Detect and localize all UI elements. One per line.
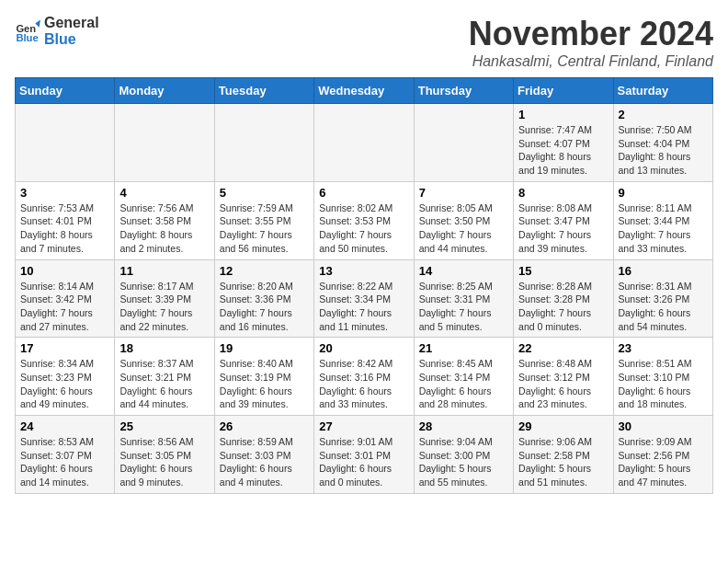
day-info: Sunrise: 8:05 AM Sunset: 3:50 PM Dayligh… bbox=[419, 201, 508, 256]
calendar-cell: 9Sunrise: 8:11 AM Sunset: 3:44 PM Daylig… bbox=[613, 181, 712, 259]
weekday-header-sunday: Sunday bbox=[16, 78, 115, 104]
calendar-cell: 29Sunrise: 9:06 AM Sunset: 2:58 PM Dayli… bbox=[514, 416, 613, 494]
day-number: 9 bbox=[619, 186, 708, 200]
day-info: Sunrise: 8:45 AM Sunset: 3:14 PM Dayligh… bbox=[419, 357, 508, 411]
day-info: Sunrise: 7:59 AM Sunset: 3:55 PM Dayligh… bbox=[220, 201, 309, 256]
day-info: Sunrise: 8:31 AM Sunset: 3:26 PM Dayligh… bbox=[619, 280, 708, 334]
day-number: 19 bbox=[220, 341, 309, 355]
calendar-cell: 6Sunrise: 8:02 AM Sunset: 3:53 PM Daylig… bbox=[314, 181, 414, 259]
weekday-header-friday: Friday bbox=[514, 78, 613, 104]
calendar-cell bbox=[314, 104, 414, 182]
calendar-cell: 28Sunrise: 9:04 AM Sunset: 3:00 PM Dayli… bbox=[414, 416, 513, 494]
week-row-3: 10Sunrise: 8:14 AM Sunset: 3:42 PM Dayli… bbox=[16, 259, 713, 338]
day-info: Sunrise: 7:47 AM Sunset: 4:07 PM Dayligh… bbox=[518, 123, 608, 178]
weekday-header-row: SundayMondayTuesdayWednesdayThursdayFrid… bbox=[16, 78, 713, 104]
calendar-cell: 24Sunrise: 8:53 AM Sunset: 3:07 PM Dayli… bbox=[16, 416, 115, 494]
day-info: Sunrise: 9:04 AM Sunset: 3:00 PM Dayligh… bbox=[419, 435, 508, 489]
logo-line1: General bbox=[44, 15, 99, 31]
calendar-cell: 3Sunrise: 7:53 AM Sunset: 4:01 PM Daylig… bbox=[16, 181, 115, 259]
day-number: 10 bbox=[20, 264, 109, 278]
day-info: Sunrise: 7:50 AM Sunset: 4:04 PM Dayligh… bbox=[619, 123, 708, 178]
day-number: 30 bbox=[619, 419, 708, 433]
calendar-cell: 19Sunrise: 8:40 AM Sunset: 3:19 PM Dayli… bbox=[214, 338, 313, 416]
logo: Gen Blue General Blue bbox=[15, 15, 99, 48]
calendar-cell: 12Sunrise: 8:20 AM Sunset: 3:36 PM Dayli… bbox=[214, 259, 313, 338]
day-info: Sunrise: 8:14 AM Sunset: 3:42 PM Dayligh… bbox=[20, 280, 109, 334]
day-number: 21 bbox=[419, 341, 508, 355]
calendar-cell: 27Sunrise: 9:01 AM Sunset: 3:01 PM Dayli… bbox=[314, 416, 414, 494]
day-number: 8 bbox=[518, 186, 608, 200]
calendar-cell: 22Sunrise: 8:48 AM Sunset: 3:12 PM Dayli… bbox=[514, 338, 613, 416]
day-number: 11 bbox=[119, 264, 209, 278]
day-info: Sunrise: 8:08 AM Sunset: 3:47 PM Dayligh… bbox=[518, 201, 608, 256]
day-number: 2 bbox=[619, 108, 708, 121]
day-number: 12 bbox=[220, 264, 309, 278]
calendar-cell bbox=[214, 104, 313, 182]
day-number: 14 bbox=[419, 264, 508, 278]
calendar-cell bbox=[115, 104, 214, 182]
day-info: Sunrise: 8:37 AM Sunset: 3:21 PM Dayligh… bbox=[119, 357, 209, 411]
day-number: 1 bbox=[518, 108, 608, 121]
calendar-cell: 26Sunrise: 8:59 AM Sunset: 3:03 PM Dayli… bbox=[214, 416, 313, 494]
calendar-cell: 16Sunrise: 8:31 AM Sunset: 3:26 PM Dayli… bbox=[613, 259, 712, 338]
calendar-cell: 21Sunrise: 8:45 AM Sunset: 3:14 PM Dayli… bbox=[414, 338, 513, 416]
week-row-5: 24Sunrise: 8:53 AM Sunset: 3:07 PM Dayli… bbox=[16, 416, 713, 494]
day-number: 4 bbox=[119, 186, 209, 200]
calendar-cell: 5Sunrise: 7:59 AM Sunset: 3:55 PM Daylig… bbox=[214, 181, 313, 259]
logo-line2: Blue bbox=[44, 31, 99, 48]
day-number: 20 bbox=[319, 341, 408, 355]
calendar-title: November 2024 bbox=[469, 15, 713, 53]
day-number: 17 bbox=[20, 341, 109, 355]
day-number: 22 bbox=[518, 341, 608, 355]
day-number: 18 bbox=[119, 341, 209, 355]
day-info: Sunrise: 7:56 AM Sunset: 3:58 PM Dayligh… bbox=[119, 201, 209, 256]
weekday-header-tuesday: Tuesday bbox=[214, 78, 313, 104]
day-info: Sunrise: 8:20 AM Sunset: 3:36 PM Dayligh… bbox=[220, 280, 309, 334]
svg-marker-2 bbox=[35, 19, 40, 27]
calendar-cell: 11Sunrise: 8:17 AM Sunset: 3:39 PM Dayli… bbox=[115, 259, 214, 338]
weekday-header-thursday: Thursday bbox=[414, 78, 513, 104]
calendar-cell: 20Sunrise: 8:42 AM Sunset: 3:16 PM Dayli… bbox=[314, 338, 414, 416]
day-info: Sunrise: 8:11 AM Sunset: 3:44 PM Dayligh… bbox=[619, 201, 708, 256]
day-info: Sunrise: 8:48 AM Sunset: 3:12 PM Dayligh… bbox=[518, 357, 608, 411]
calendar-cell: 15Sunrise: 8:28 AM Sunset: 3:28 PM Dayli… bbox=[514, 259, 613, 338]
day-number: 15 bbox=[518, 264, 608, 278]
day-info: Sunrise: 8:17 AM Sunset: 3:39 PM Dayligh… bbox=[119, 280, 209, 334]
weekday-header-monday: Monday bbox=[115, 78, 214, 104]
week-row-4: 17Sunrise: 8:34 AM Sunset: 3:23 PM Dayli… bbox=[16, 338, 713, 416]
calendar-cell bbox=[414, 104, 513, 182]
day-info: Sunrise: 8:59 AM Sunset: 3:03 PM Dayligh… bbox=[220, 435, 309, 489]
day-number: 28 bbox=[419, 419, 508, 433]
calendar-cell: 4Sunrise: 7:56 AM Sunset: 3:58 PM Daylig… bbox=[115, 181, 214, 259]
day-number: 3 bbox=[20, 186, 109, 200]
day-number: 25 bbox=[119, 419, 209, 433]
day-info: Sunrise: 8:40 AM Sunset: 3:19 PM Dayligh… bbox=[220, 357, 309, 411]
week-row-2: 3Sunrise: 7:53 AM Sunset: 4:01 PM Daylig… bbox=[16, 181, 713, 259]
day-info: Sunrise: 8:42 AM Sunset: 3:16 PM Dayligh… bbox=[319, 357, 408, 411]
day-info: Sunrise: 8:28 AM Sunset: 3:28 PM Dayligh… bbox=[518, 280, 608, 334]
title-area: November 2024 Hankasalmi, Central Finlan… bbox=[469, 15, 713, 70]
day-info: Sunrise: 8:25 AM Sunset: 3:31 PM Dayligh… bbox=[419, 280, 508, 334]
day-info: Sunrise: 7:53 AM Sunset: 4:01 PM Dayligh… bbox=[20, 201, 109, 256]
weekday-header-saturday: Saturday bbox=[613, 78, 712, 104]
calendar-cell: 18Sunrise: 8:37 AM Sunset: 3:21 PM Dayli… bbox=[115, 338, 214, 416]
day-info: Sunrise: 9:01 AM Sunset: 3:01 PM Dayligh… bbox=[319, 435, 408, 489]
svg-text:Blue: Blue bbox=[16, 32, 38, 43]
day-info: Sunrise: 8:53 AM Sunset: 3:07 PM Dayligh… bbox=[20, 435, 109, 489]
calendar-cell: 30Sunrise: 9:09 AM Sunset: 2:56 PM Dayli… bbox=[613, 416, 712, 494]
calendar-cell: 25Sunrise: 8:56 AM Sunset: 3:05 PM Dayli… bbox=[115, 416, 214, 494]
calendar-cell: 10Sunrise: 8:14 AM Sunset: 3:42 PM Dayli… bbox=[16, 259, 115, 338]
logo-icon: Gen Blue bbox=[15, 18, 40, 44]
day-info: Sunrise: 8:02 AM Sunset: 3:53 PM Dayligh… bbox=[319, 201, 408, 256]
calendar-cell: 13Sunrise: 8:22 AM Sunset: 3:34 PM Dayli… bbox=[314, 259, 414, 338]
day-number: 29 bbox=[518, 419, 608, 433]
day-number: 13 bbox=[319, 264, 408, 278]
day-info: Sunrise: 8:22 AM Sunset: 3:34 PM Dayligh… bbox=[319, 280, 408, 334]
calendar-cell bbox=[16, 104, 115, 182]
calendar-subtitle: Hankasalmi, Central Finland, Finland bbox=[469, 53, 713, 70]
day-info: Sunrise: 8:51 AM Sunset: 3:10 PM Dayligh… bbox=[619, 357, 708, 411]
calendar-cell: 14Sunrise: 8:25 AM Sunset: 3:31 PM Dayli… bbox=[414, 259, 513, 338]
day-info: Sunrise: 9:09 AM Sunset: 2:56 PM Dayligh… bbox=[619, 435, 708, 489]
day-number: 6 bbox=[319, 186, 408, 200]
weekday-header-wednesday: Wednesday bbox=[314, 78, 414, 104]
